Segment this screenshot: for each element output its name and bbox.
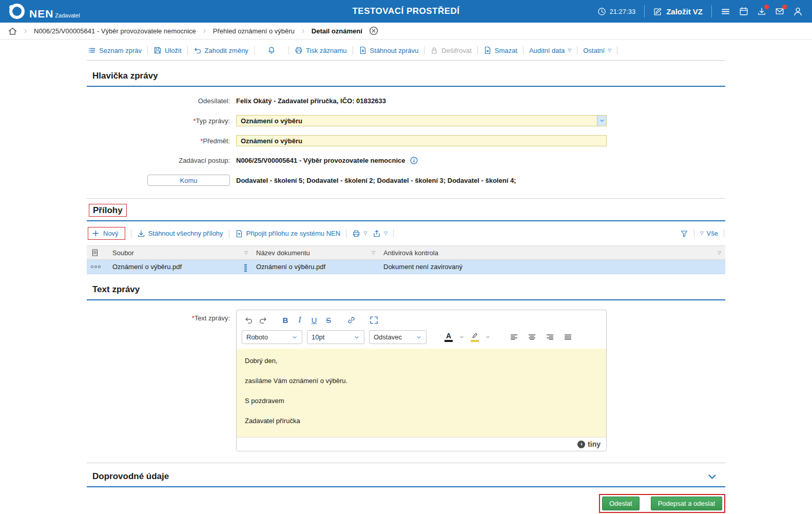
printer-icon xyxy=(352,230,360,238)
breadcrumb-separator-icon xyxy=(202,28,207,34)
other-button[interactable]: Ostatní ▽ xyxy=(583,47,611,54)
send-button[interactable]: Odeslat xyxy=(602,497,640,510)
message-text-label: *Text zprávy: xyxy=(87,310,230,322)
editor-paragraph: Dobrý den, xyxy=(245,357,598,365)
print-record-button[interactable]: Tisk záznamu xyxy=(295,46,347,54)
highlight-color-chevron-icon[interactable] xyxy=(485,334,491,340)
action-buttons-row: Odeslat Podepsat a odeslat xyxy=(87,494,725,513)
link-icon xyxy=(347,316,356,325)
editor-paragraph: zasíláme Vám oznámení o výběru. xyxy=(245,377,598,385)
filter-caret-icon[interactable]: ▽ xyxy=(718,250,721,255)
messages-button[interactable] xyxy=(775,7,784,16)
export-attachments-button[interactable]: ▽ xyxy=(373,230,388,238)
fullscreen-button[interactable] xyxy=(367,314,380,326)
notifications-button[interactable] xyxy=(260,46,283,54)
filter-all-dropdown[interactable]: ▽ Vše xyxy=(700,230,718,237)
accompanying-section-head[interactable]: Doprovodné údaje xyxy=(87,463,725,487)
bold-button[interactable]: B xyxy=(279,314,292,326)
print-attachments-button[interactable]: ▽ xyxy=(352,230,367,238)
sender-value: Felix Okátý - Zadavatel příručka, IČO: 0… xyxy=(236,97,386,105)
undo-icon xyxy=(194,46,202,54)
filter-caret-icon[interactable]: ▽ xyxy=(244,250,248,255)
align-justify-icon xyxy=(564,333,572,341)
text-color-chevron-icon[interactable] xyxy=(459,334,465,340)
attachments-toolbar: Nový Stáhnout všechny přílohy Připojit p… xyxy=(87,221,725,245)
drag-handle-icon[interactable] xyxy=(244,266,247,268)
calendar-button[interactable] xyxy=(739,7,748,16)
home-icon xyxy=(8,27,17,35)
doc-name-cell[interactable]: Oznámení o výběru.pdf xyxy=(252,260,379,274)
subject-input[interactable]: Oznámení o výběru xyxy=(236,135,607,146)
sign-and-send-button[interactable]: Podepsat a odeslat xyxy=(651,497,722,510)
undo-button[interactable] xyxy=(242,314,255,326)
filter-caret-icon[interactable]: ▽ xyxy=(372,250,375,255)
breadcrumb-item-procedure[interactable]: N006/25/V00005641 - Výběr provozovatele … xyxy=(34,27,196,35)
messages-notification-badge xyxy=(782,5,787,9)
download-all-attachments-button[interactable]: Stáhnout všechny přílohy xyxy=(137,230,223,238)
column-header-antivirus[interactable]: Antivirová kontrola▽ xyxy=(379,246,725,260)
tiny-brand: tiny xyxy=(588,440,601,448)
align-right-button[interactable] xyxy=(543,331,556,344)
filter-button[interactable] xyxy=(680,230,688,238)
message-list-button[interactable]: Seznam zpráv xyxy=(88,46,142,54)
lock-icon xyxy=(430,46,438,54)
font-size-select[interactable]: 10pt xyxy=(307,330,364,344)
document-delete-icon xyxy=(484,46,492,54)
attachments-table: Soubor▽ Název dokumentu▽ Antivirová kont… xyxy=(87,245,725,274)
row-actions-icon[interactable] xyxy=(91,265,104,268)
editor-content[interactable]: Dobrý den, zasíláme Vám oznámení o výběr… xyxy=(237,349,606,437)
text-color-button[interactable]: A xyxy=(443,332,454,342)
recipients-button[interactable]: Komu xyxy=(147,175,230,186)
highlight-color-button[interactable] xyxy=(469,332,480,342)
message-text-section-head: Text zprávy xyxy=(87,274,725,300)
underline-button[interactable]: U xyxy=(307,314,321,326)
list-icon xyxy=(88,46,96,54)
printer-icon xyxy=(295,46,303,54)
expand-section-chevron-icon[interactable] xyxy=(707,472,717,482)
audit-data-button[interactable]: Auditní data ▽ xyxy=(529,47,571,54)
column-header-file[interactable]: Soubor▽ xyxy=(108,246,252,260)
column-header-icon[interactable] xyxy=(87,246,108,260)
attach-from-nen-button[interactable]: Připojit přílohu ze systému NEN xyxy=(235,230,341,238)
home-link[interactable] xyxy=(8,27,17,35)
profile-button[interactable] xyxy=(793,7,803,16)
redo-button[interactable] xyxy=(256,314,269,326)
highlight-color-swatch xyxy=(471,340,479,342)
discard-changes-button[interactable]: Zahodit změny xyxy=(194,46,248,54)
main-menu-button[interactable] xyxy=(721,7,730,16)
downloads-button[interactable] xyxy=(757,7,766,16)
table-row[interactable]: Oznámení o výběru.pdf Oznámení o výběru.… xyxy=(87,260,725,274)
app-header: NEN Zadavatel TESTOVACÍ PROSTŘEDÍ 21:27:… xyxy=(0,0,812,23)
align-left-button[interactable] xyxy=(507,331,520,344)
rich-text-editor[interactable]: B I U S Roboto 10pt Odstavec xyxy=(236,310,607,451)
caret-down-icon: ▽ xyxy=(608,48,611,53)
italic-button[interactable]: I xyxy=(293,314,306,326)
breadcrumb-item-overview[interactable]: Přehled oznámení o výběru xyxy=(213,27,295,35)
info-icon[interactable] xyxy=(410,156,418,165)
row-menu-cell[interactable] xyxy=(87,260,108,274)
delete-button[interactable]: Smazat xyxy=(484,46,517,54)
font-family-select[interactable]: Roboto xyxy=(242,330,302,344)
download-message-button[interactable]: Stáhnout zprávu xyxy=(359,46,419,54)
new-attachment-button[interactable]: Nový xyxy=(88,227,125,240)
editor-toolbar-row1: B I U S xyxy=(237,310,606,328)
dropdown-chevron-icon[interactable] xyxy=(597,116,606,126)
header-divider xyxy=(644,5,645,17)
create-vz-button[interactable]: Založit VZ xyxy=(653,7,703,16)
file-cell[interactable]: Oznámení o výběru.pdf xyxy=(108,260,252,274)
save-button[interactable]: Uložit xyxy=(153,46,182,54)
document-icon xyxy=(91,249,99,257)
block-format-select[interactable]: Odstavec xyxy=(369,330,427,344)
close-tab-icon[interactable] xyxy=(369,26,378,35)
align-justify-button[interactable] xyxy=(561,331,574,344)
strikethrough-button[interactable]: S xyxy=(322,314,335,326)
hamburger-icon xyxy=(721,7,730,16)
nen-logo[interactable]: NEN Zadavatel xyxy=(9,4,80,19)
message-type-dropdown[interactable]: Oznámení o výběru xyxy=(236,115,607,126)
text-color-swatch xyxy=(444,340,453,342)
insert-link-button[interactable] xyxy=(344,314,358,326)
column-header-doc-name[interactable]: Název dokumentu▽ xyxy=(252,246,379,260)
funnel-icon xyxy=(680,230,688,238)
align-center-button[interactable] xyxy=(525,331,538,344)
export-icon xyxy=(373,230,381,238)
